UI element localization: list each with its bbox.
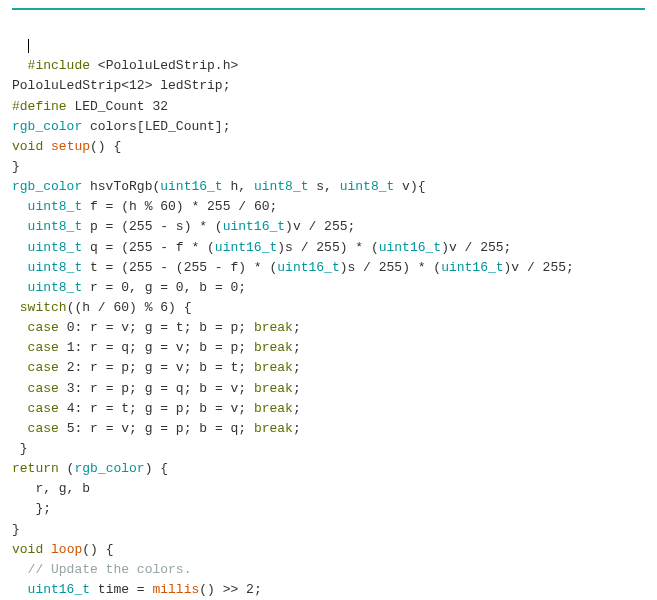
code-token: uint16_t: [223, 219, 285, 234]
code-token: LED_Count: [67, 99, 153, 114]
code-line: uint8_t p = (255 - s) * (uint16_t)v / 25…: [12, 217, 645, 237]
code-token: 60: [254, 199, 270, 214]
code-token: ;: [293, 401, 301, 416]
code-token: 255: [207, 199, 230, 214]
code-line: case 4: r = t; g = p; b = v; break;: [12, 399, 645, 419]
code-token: case: [28, 340, 59, 355]
code-token: setup: [51, 139, 90, 154]
code-token: time =: [90, 582, 152, 597]
code-token: }: [20, 441, 28, 456]
code-token: loop: [51, 542, 82, 557]
code-line: uint16_t time = millis() >> 2;: [12, 580, 645, 600]
code-line: case 1: r = q; g = v; b = p; break;: [12, 338, 645, 358]
code-token: : r = q; g = v; b = p;: [74, 340, 253, 355]
code-token: r =: [82, 280, 121, 295]
code-token: h,: [223, 179, 254, 194]
code-token: >: [230, 58, 238, 73]
code-token: t = (: [82, 260, 129, 275]
code-token: ;: [293, 320, 301, 335]
code-line: uint8_t f = (h % 60) * 255 / 60;: [12, 197, 645, 217]
code-token: uint8_t: [340, 179, 395, 194]
code-line: r, g, b: [12, 479, 645, 499]
code-token: [59, 381, 67, 396]
code-line: return (rgb_color) {: [12, 459, 645, 479]
code-token: };: [35, 501, 51, 516]
code-token: break: [254, 381, 293, 396]
code-line: }: [12, 157, 645, 177]
code-token: )s /: [340, 260, 379, 275]
code-token: 12: [129, 78, 145, 93]
code-token: [59, 360, 67, 375]
code-token: uint16_t: [215, 240, 277, 255]
code-line: uint8_t q = (255 - f * (uint16_t)s / 255…: [12, 238, 645, 258]
code-token: ) {: [145, 461, 168, 476]
code-token: ;: [293, 381, 301, 396]
code-line: PololuLedStrip<12> ledStrip;: [12, 76, 645, 96]
code-token: ((h /: [67, 300, 114, 315]
code-token: )v /: [504, 260, 543, 275]
code-token: .: [215, 58, 223, 73]
code-token: : r = v; g = t; b = p;: [74, 320, 253, 335]
code-token: break: [254, 340, 293, 355]
code-token: f = (h %: [82, 199, 160, 214]
code-token: uint16_t: [277, 260, 339, 275]
code-token: 255: [129, 219, 152, 234]
code-token: break: [254, 360, 293, 375]
code-token: 60: [113, 300, 129, 315]
code-line: case 3: r = p; g = q; b = v; break;: [12, 379, 645, 399]
code-token: uint8_t: [28, 260, 83, 275]
code-token: ;: [238, 280, 246, 295]
code-token: 255: [184, 260, 207, 275]
code-token: 255: [129, 260, 152, 275]
code-token: uint16_t: [379, 240, 441, 255]
code-line: uint8_t t = (255 - (255 - f) * (uint16_t…: [12, 258, 645, 278]
code-token: 255: [379, 260, 402, 275]
code-token: ) *: [176, 199, 207, 214]
code-token: : r = v; g = p; b = q;: [74, 421, 253, 436]
code-line: case 2: r = p; g = v; b = t; break;: [12, 358, 645, 378]
code-token: uint8_t: [28, 219, 83, 234]
code-token: millis: [152, 582, 199, 597]
code-token: rgb_color: [12, 179, 82, 194]
code-token: void: [12, 139, 43, 154]
code-token: ;: [348, 219, 356, 234]
code-token: - f) * (: [207, 260, 277, 275]
code-token: }: [12, 159, 20, 174]
code-token: () {: [90, 139, 121, 154]
code-token: 32: [152, 99, 168, 114]
code-token: hsvToRgb(: [82, 179, 160, 194]
code-token: return: [12, 461, 59, 476]
code-token: #include: [28, 58, 98, 73]
code-line: }: [12, 520, 645, 540]
code-token: 60: [160, 199, 176, 214]
code-line: void setup() {: [12, 137, 645, 157]
code-token: #define: [12, 99, 67, 114]
code-token: ;: [566, 260, 574, 275]
code-line: rgb_color hsvToRgb(uint16_t h, uint8_t s…: [12, 177, 645, 197]
code-token: s,: [308, 179, 339, 194]
code-token: PololuLedStrip: [106, 58, 215, 73]
code-token: ) * (: [402, 260, 441, 275]
code-token: }: [12, 522, 20, 537]
code-token: // Update the colors.: [28, 562, 192, 577]
code-token: case: [28, 401, 59, 416]
code-token: uint16_t: [28, 582, 90, 597]
code-token: 0: [121, 280, 129, 295]
code-token: 2: [246, 582, 254, 597]
code-token: uint8_t: [254, 179, 309, 194]
code-line: case 5: r = v; g = p; b = q; break;: [12, 419, 645, 439]
code-token: break: [254, 401, 293, 416]
code-token: ) %: [129, 300, 160, 315]
code-token: 255: [324, 219, 347, 234]
code-token: () >>: [199, 582, 246, 597]
code-token: ;: [254, 582, 262, 597]
code-line: #include <PololuLedStrip.h>: [12, 56, 645, 76]
code-editor[interactable]: #include <PololuLedStrip.h>PololuLedStri…: [12, 8, 645, 600]
code-line: #define LED_Count 32: [12, 97, 645, 117]
code-token: - (: [152, 260, 183, 275]
code-token: ;: [269, 199, 277, 214]
code-line: uint8_t r = 0, g = 0, b = 0;: [12, 278, 645, 298]
code-token: case: [28, 381, 59, 396]
code-token: uint16_t: [441, 260, 503, 275]
code-token: case: [28, 320, 59, 335]
